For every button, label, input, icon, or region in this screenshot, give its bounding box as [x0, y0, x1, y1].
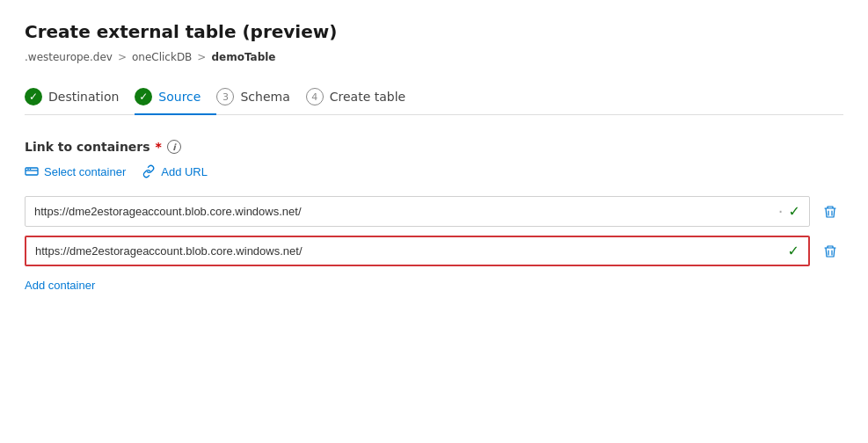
step-source[interactable]: ✓ Source: [135, 79, 216, 114]
url-input-wrapper-1: · ✓: [25, 196, 810, 227]
link-icon: [142, 164, 156, 178]
step-schema-label: Schema: [240, 90, 289, 104]
dot-icon-1: ·: [778, 202, 784, 221]
step-destination[interactable]: ✓ Destination: [25, 79, 135, 114]
step-create-table-num-icon: 4: [306, 88, 324, 105]
breadcrumb-sep2: >: [197, 51, 206, 63]
step-destination-label: Destination: [48, 90, 119, 104]
step-create-table[interactable]: 4 Create table: [306, 79, 421, 114]
check-icon-2: ✓: [788, 243, 799, 259]
breadcrumb-sep1: >: [118, 51, 127, 63]
step-schema[interactable]: 3 Schema: [216, 79, 305, 114]
step-destination-check-icon: ✓: [25, 88, 42, 105]
check-icon-1: ✓: [789, 203, 800, 220]
url-input-2[interactable]: [35, 244, 783, 258]
section-label-text: Link to containers: [25, 140, 150, 154]
url-row-1: · ✓: [25, 196, 843, 227]
main-content: Link to containers * i Select container: [25, 115, 843, 292]
step-create-table-label: Create table: [330, 90, 405, 104]
required-star: *: [156, 140, 162, 154]
breadcrumb-part2: oneClickDB: [132, 51, 192, 63]
delete-url-button-1[interactable]: [817, 199, 843, 225]
breadcrumb-part3: demoTable: [211, 51, 275, 63]
step-source-check-icon: ✓: [135, 88, 152, 105]
add-url-button[interactable]: Add URL: [142, 164, 208, 178]
add-container-button[interactable]: Add container: [25, 279, 95, 292]
add-url-label: Add URL: [161, 165, 208, 178]
url-input-1[interactable]: [34, 205, 773, 218]
breadcrumb: .westeurope.dev > oneClickDB > demoTable: [25, 51, 843, 63]
breadcrumb-part1: .westeurope.dev: [25, 51, 113, 63]
add-container-label: Add container: [25, 279, 95, 292]
steps-bar: ✓ Destination ✓ Source 3 Schema 4 Create…: [25, 79, 843, 115]
select-container-button[interactable]: Select container: [25, 164, 126, 178]
container-icon: [25, 164, 39, 178]
url-row-2: ✓: [25, 236, 843, 266]
sub-actions: Select container Add URL: [25, 164, 843, 178]
url-input-wrapper-2: ✓: [25, 236, 810, 266]
svg-point-2: [30, 169, 32, 171]
step-schema-num-icon: 3: [216, 88, 234, 105]
delete-url-button-2[interactable]: [817, 238, 843, 265]
step-source-label: Source: [158, 90, 201, 104]
select-container-label: Select container: [44, 165, 126, 178]
section-label: Link to containers * i: [25, 140, 843, 154]
page-title: Create external table (preview): [25, 21, 843, 42]
info-icon: i: [167, 140, 181, 154]
svg-point-1: [27, 169, 29, 171]
page-container: Create external table (preview) .westeur…: [0, 0, 868, 313]
svg-rect-0: [26, 168, 38, 175]
